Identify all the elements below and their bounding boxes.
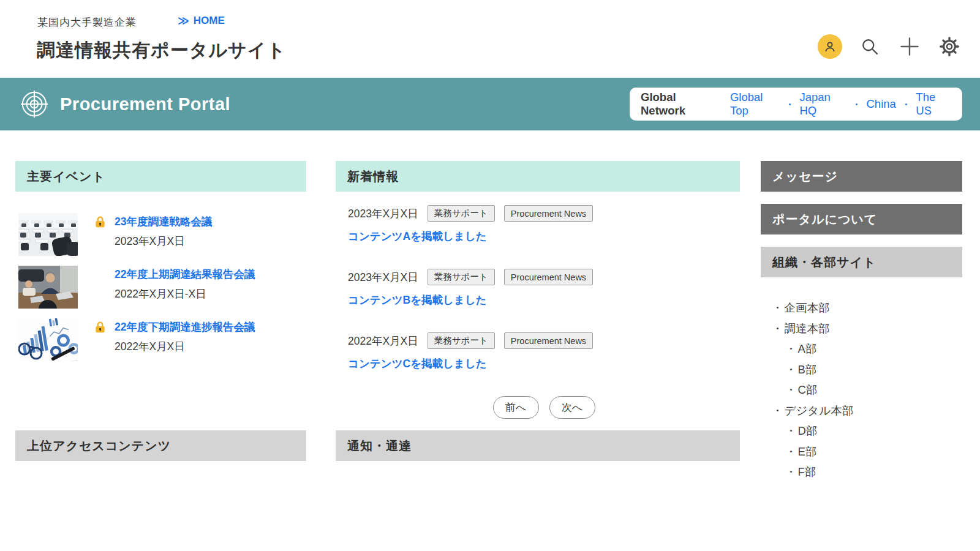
event-date: 2022年X月X日 xyxy=(115,339,255,354)
bullet: ・ xyxy=(785,363,797,376)
news-tag-category: 業務サポート xyxy=(428,205,495,222)
message-section-header[interactable]: メッセージ xyxy=(761,161,962,192)
events-list: 23年度調達戦略会議 2023年X月X日 xyxy=(15,213,306,361)
event-item: 22年度上期調達結果報告会議 2022年X月X日-X日 xyxy=(15,266,306,309)
global-network-box: Global Network Global Top ・ Japan HQ ・ C… xyxy=(630,88,962,121)
news-link[interactable]: コンテンツCを掲載しました xyxy=(348,356,487,371)
link-separator: ・ xyxy=(851,97,862,112)
event-date: 2023年X月X日 xyxy=(115,234,212,249)
event-link[interactable]: 23年度調達戦略会議 xyxy=(115,214,212,229)
event-date: 2022年X月X日-X日 xyxy=(115,287,255,301)
lock-slot-empty xyxy=(93,268,107,282)
event-thumbnail-business-meeting[interactable] xyxy=(18,266,78,309)
target-logo-icon xyxy=(20,90,48,121)
about-portal-section-header[interactable]: ポータルについて xyxy=(761,204,962,234)
lock-icon xyxy=(93,320,107,334)
news-link[interactable]: コンテンツAを掲載しました xyxy=(348,229,487,244)
news-item: 2023年X月X日 業務サポート Procurement News コンテンツB… xyxy=(348,269,740,307)
gear-icon xyxy=(939,36,960,57)
org-site-list: ・企画本部 ・調達本部 ・A部 ・B部 ・C部 ・デジタル本部 ・D部 ・E部 … xyxy=(761,298,962,482)
company-name: 某国内大手製造企業 xyxy=(37,15,137,29)
news-tag-category: 業務サポート xyxy=(428,332,495,349)
home-link-label: HOME xyxy=(194,15,225,27)
org-item-dept-f[interactable]: ・F部 xyxy=(761,462,962,482)
event-body: 22年度上期調達結果報告会議 2022年X月X日-X日 xyxy=(93,266,255,309)
bullet: ・ xyxy=(772,301,783,314)
top-header: 某国内大手製造企業 ≫ HOME 調達情報共有ポータルサイト xyxy=(0,0,980,78)
bullet: ・ xyxy=(785,445,797,458)
org-item-dept-d[interactable]: ・D部 xyxy=(761,421,962,441)
event-item: 23年度調達戦略会議 2023年X月X日 xyxy=(15,213,306,256)
event-link[interactable]: 22年度上期調達結果報告会議 xyxy=(115,267,255,282)
news-link[interactable]: コンテンツBを掲載しました xyxy=(348,293,487,307)
news-panel-header: 新着情報 xyxy=(336,161,740,192)
global-link-japan-hq[interactable]: Japan HQ xyxy=(799,91,846,118)
event-link[interactable]: 22年度下期調達進捗報告会議 xyxy=(115,320,255,334)
prev-button[interactable]: 前へ xyxy=(493,396,539,419)
user-avatar[interactable] xyxy=(818,34,842,59)
events-panel-header: 主要イベント xyxy=(15,161,306,192)
events-panel: 主要イベント xyxy=(15,161,306,504)
news-list: 2023年X月X日 業務サポート Procurement News コンテンツA… xyxy=(336,205,740,419)
global-link-china[interactable]: China xyxy=(867,97,896,111)
event-body: 22年度下期調達進捗報告会議 2022年X月X日 xyxy=(93,318,255,361)
global-link-the-us[interactable]: The US xyxy=(916,91,951,118)
link-separator: ・ xyxy=(900,97,912,112)
next-button[interactable]: 次へ xyxy=(549,396,595,419)
search-button[interactable] xyxy=(858,34,882,59)
notices-header[interactable]: 通知・通達 xyxy=(336,430,740,461)
news-date: 2022年X月X日 xyxy=(348,334,418,348)
event-body: 23年度調達戦略会議 2023年X月X日 xyxy=(93,213,212,256)
bullet: ・ xyxy=(785,465,797,478)
org-item-digital-division[interactable]: ・デジタル本部 xyxy=(761,400,962,421)
portal-banner: Procurement Portal Global Network Global… xyxy=(0,78,980,130)
news-tag-category: Procurement News xyxy=(504,269,593,285)
event-item: 22年度下期調達進捗報告会議 2022年X月X日 xyxy=(15,318,306,361)
bullet: ・ xyxy=(785,424,797,437)
news-item: 2023年X月X日 業務サポート Procurement News コンテンツA… xyxy=(348,205,740,244)
add-button[interactable] xyxy=(897,34,922,59)
page: 某国内大手製造企業 ≫ HOME 調達情報共有ポータルサイト xyxy=(0,0,980,551)
person-icon xyxy=(823,39,837,54)
global-link-global-top[interactable]: Global Top xyxy=(730,91,780,118)
settings-button[interactable] xyxy=(937,34,962,59)
global-network-links: Global Top ・ Japan HQ ・ China ・ The US xyxy=(730,91,951,118)
news-panel: 新着情報 2023年X月X日 業務サポート Procurement News コ… xyxy=(336,161,740,504)
news-date: 2023年X月X日 xyxy=(348,270,418,285)
bullet: ・ xyxy=(785,342,797,355)
news-tag-category: Procurement News xyxy=(504,205,593,222)
home-link[interactable]: ≫ HOME xyxy=(178,14,225,28)
org-item-dept-b[interactable]: ・B部 xyxy=(761,359,962,380)
org-item-dept-a[interactable]: ・A部 xyxy=(761,339,962,359)
plus-icon xyxy=(899,36,920,57)
bullet: ・ xyxy=(785,383,797,396)
top-icon-bar xyxy=(818,34,962,59)
top-access-contents-header[interactable]: 上位アクセスコンテンツ xyxy=(15,430,306,461)
portal-name: Procurement Portal xyxy=(60,78,230,130)
news-tag-category: Procurement News xyxy=(504,332,593,349)
global-network-label: Global Network xyxy=(641,91,720,118)
event-thumbnail-charts-document[interactable] xyxy=(18,318,78,361)
news-tag-category: 業務サポート xyxy=(428,269,495,285)
lock-icon xyxy=(93,215,107,229)
search-icon xyxy=(861,37,879,56)
org-sites-header: 組織・各部サイト xyxy=(761,247,962,277)
double-chevron-right-icon: ≫ xyxy=(178,14,189,28)
bullet: ・ xyxy=(772,404,783,417)
org-item-procurement-division[interactable]: ・調達本部 xyxy=(761,318,962,339)
bullet: ・ xyxy=(772,322,783,335)
news-item: 2022年X月X日 業務サポート Procurement News コンテンツC… xyxy=(348,332,740,371)
org-item-dept-e[interactable]: ・E部 xyxy=(761,441,962,462)
org-item-dept-c[interactable]: ・C部 xyxy=(761,380,962,400)
sidebar: メッセージ ポータルについて 組織・各部サイト ・企画本部 ・調達本部 ・A部 … xyxy=(761,161,962,504)
link-separator: ・ xyxy=(784,97,796,112)
org-item-planning-division[interactable]: ・企画本部 xyxy=(761,298,962,318)
event-thumbnail-conference-room[interactable] xyxy=(18,213,78,256)
news-date: 2023年X月X日 xyxy=(348,206,418,221)
site-title: 調達情報共有ポータルサイト xyxy=(37,38,286,63)
pagination: 前へ 次へ xyxy=(348,396,740,419)
